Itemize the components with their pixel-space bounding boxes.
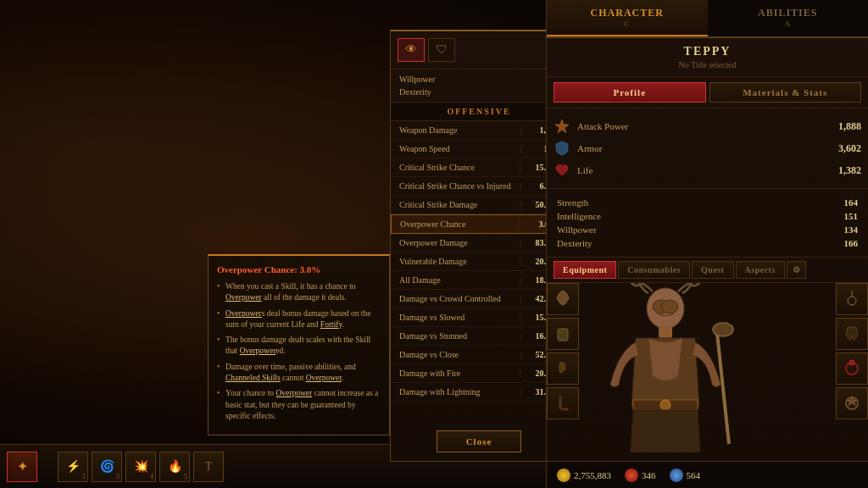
- skill-slot-1[interactable]: ⚡ 2: [58, 452, 88, 482]
- equip-tab-settings[interactable]: ⚙: [787, 261, 807, 279]
- stat-row[interactable]: Damage vs Stunned | 16.0%: [391, 327, 567, 346]
- armor-value: 3,602: [838, 142, 861, 155]
- equip-slot-ring1[interactable]: [836, 352, 868, 385]
- stats-tab-defensive[interactable]: 🛡: [428, 38, 455, 62]
- red-currency-icon: [625, 469, 638, 482]
- right-equip-slots: [836, 283, 868, 419]
- stat-row[interactable]: Vulnerable Damage | 20.0%: [391, 252, 567, 271]
- dexterity-attr: Dexterity 166: [554, 236, 861, 250]
- gold-value: 2,755,883: [574, 470, 611, 480]
- materials-button[interactable]: Materials & Stats: [709, 82, 862, 103]
- equip-slot-pants[interactable]: [836, 318, 868, 350]
- equip-slot-helm[interactable]: [547, 283, 579, 315]
- tooltip-bullet: Your chance to Overpower cannot increase…: [217, 388, 381, 422]
- life-value: 1,382: [838, 164, 861, 177]
- equip-tab-equipment[interactable]: Equipment: [554, 261, 616, 279]
- tooltip-body: When you cast a Skill, it has a chance t…: [217, 281, 381, 422]
- attributes-section: Strength 164 Intelligence 151 Willpower …: [547, 189, 868, 258]
- equip-tabs: Equipment Consumables Quest Aspects ⚙: [547, 258, 868, 283]
- life-row: Life 1,382: [554, 159, 861, 181]
- attack-power-value: 1,888: [838, 120, 861, 133]
- willpower-attr: Willpower 134: [554, 223, 861, 236]
- char-name-section: TEPPY No Title selected: [547, 38, 868, 77]
- equip-slot-ring2[interactable]: [836, 387, 868, 419]
- stat-row[interactable]: Damage vs Slowed | 15.5%: [391, 308, 567, 327]
- svg-rect-2: [659, 325, 672, 338]
- offensive-header: OFFENSIVE: [391, 103, 567, 121]
- top-tabs: CHARACTER C ABILITIES A: [547, 0, 868, 38]
- tooltip-bullet: Overpowers deal bonus damage based on th…: [217, 308, 381, 331]
- life-label: Life: [577, 165, 832, 175]
- equip-tab-aspects[interactable]: Aspects: [736, 261, 785, 279]
- stat-row[interactable]: Critical Strike Chance | 15.2%: [391, 158, 567, 177]
- stat-row[interactable]: Damage with Lightning | 31.4%: [391, 383, 567, 402]
- skill-slot-active[interactable]: ✦: [7, 452, 37, 482]
- stat-row[interactable]: Overpower Chance | 3.0%: [391, 214, 567, 234]
- svg-point-12: [848, 297, 856, 305]
- tooltip-bullet: Damage over time, passive abilities, and…: [217, 362, 381, 385]
- stat-rows: Weapon Damage | 1,390 Weapon Speed | 1.0…: [391, 121, 567, 402]
- stat-row[interactable]: Damage with Fire | 20.0%: [391, 364, 567, 383]
- willpower-row: Willpower 134: [398, 73, 560, 86]
- tab-abilities[interactable]: ABILITIES A: [708, 0, 869, 36]
- char-subtitle: No Title selected: [554, 60, 861, 69]
- skill-slot-3[interactable]: 💥 4: [125, 452, 156, 482]
- tooltip-panel: Overpower Chance: 3.0% When you cast a S…: [208, 254, 390, 435]
- stat-row[interactable]: All Damage | 18.0%: [391, 271, 567, 290]
- tooltip-bullet: When you cast a Skill, it has a chance t…: [217, 281, 381, 304]
- dexterity-row: Dexterity 166: [398, 86, 560, 98]
- char-name: TEPPY: [554, 45, 861, 58]
- stats-tab-offensive[interactable]: 👁: [398, 38, 425, 62]
- svg-point-6: [713, 323, 733, 336]
- svg-marker-0: [555, 119, 569, 133]
- currency-bar: 2,755,883 346 564: [547, 461, 868, 488]
- equip-slot-gloves[interactable]: [547, 352, 579, 385]
- character-figure: [572, 283, 759, 452]
- character-art-area: [547, 283, 868, 452]
- svg-point-15: [849, 360, 854, 365]
- stat-row[interactable]: Critical Strike Damage | 50.0%: [391, 196, 567, 214]
- skill-slot-4[interactable]: 🔥 5: [159, 452, 190, 482]
- tooltip-title: Overpower Chance: 3.0%: [217, 264, 381, 274]
- strength-attr: Strength 164: [554, 196, 861, 209]
- stat-row[interactable]: Weapon Speed | 1.00: [391, 140, 567, 158]
- equip-tab-consumables[interactable]: Consumables: [618, 261, 690, 279]
- equip-slot-boots[interactable]: [547, 387, 579, 419]
- armor-row: Armor 3,602: [554, 137, 861, 159]
- stats-panel-tabs: 👁 🛡: [391, 31, 567, 69]
- stat-row[interactable]: Weapon Damage | 1,390: [391, 121, 567, 140]
- intelligence-attr: Intelligence 151: [554, 209, 861, 223]
- close-button[interactable]: Close: [437, 430, 521, 452]
- profile-button[interactable]: Profile: [554, 82, 706, 103]
- stats-rows-container: Weapon Damage | 1,390 Weapon Speed | 1.0…: [391, 121, 567, 466]
- skill-slot-2[interactable]: 🌀 3: [92, 452, 122, 482]
- left-equip-slots: [547, 283, 579, 419]
- svg-rect-11: [558, 329, 568, 341]
- attack-icon: [554, 118, 570, 135]
- tab-character[interactable]: CHARACTER C: [547, 0, 708, 36]
- blue-currency: 564: [670, 469, 701, 482]
- equip-tab-quest[interactable]: Quest: [692, 261, 734, 279]
- stat-row[interactable]: Overpower Damage | 83.5%: [391, 234, 567, 252]
- blue-currency-icon: [670, 469, 683, 482]
- red-currency-value: 346: [642, 470, 656, 480]
- attack-power-label: Attack Power: [577, 121, 832, 131]
- armor-label: Armor: [577, 143, 832, 153]
- svg-point-4: [660, 400, 670, 410]
- character-panel: CHARACTER C ABILITIES A TEPPY No Title s…: [546, 0, 868, 488]
- stat-row[interactable]: Critical Strike Chance vs Injured | 6.0%: [391, 177, 567, 196]
- armor-icon: [554, 140, 570, 157]
- skill-slot-extra[interactable]: T: [193, 452, 224, 482]
- gold-currency: 2,755,883: [557, 469, 611, 482]
- equip-slot-chest[interactable]: [547, 318, 579, 350]
- stat-row[interactable]: Damage vs Crowd Controlled | 42.5%: [391, 290, 567, 308]
- blue-currency-value: 564: [687, 470, 701, 480]
- stats-panel: ✕ 👁 🛡 Willpower 134 Dexterity 166 OFFENS…: [390, 30, 568, 462]
- profile-buttons: Profile Materials & Stats: [547, 77, 868, 108]
- red-currency: 346: [625, 469, 656, 482]
- equip-slot-amulet[interactable]: [836, 283, 868, 315]
- top-stats-info: Willpower 134 Dexterity 166: [391, 69, 567, 103]
- gold-icon: [557, 469, 570, 482]
- svg-point-10: [661, 300, 678, 313]
- stat-row[interactable]: Damage vs Close | 52.0%: [391, 346, 567, 364]
